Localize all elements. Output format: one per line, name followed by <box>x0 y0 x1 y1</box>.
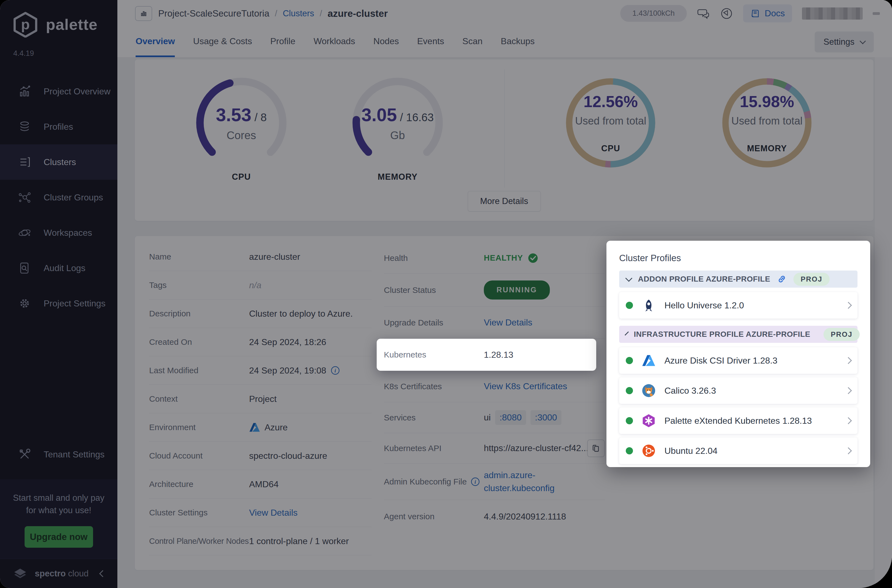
memory-gauge-label: MEMORY <box>348 172 448 182</box>
pack-status-dot <box>626 357 633 364</box>
sidebar-item-label: Project Overview <box>44 86 110 97</box>
created-on-value: 24 Sep 2024, 18:26 <box>249 337 326 347</box>
service-port-8080-link[interactable]: :8080 <box>495 410 526 425</box>
memory-used-percent: 15.98% <box>740 92 794 111</box>
copy-icon <box>591 444 601 453</box>
breadcrumb-project[interactable]: Project-ScaleSecureTutoria <box>158 8 269 19</box>
breadcrumb-separator: / <box>320 9 322 18</box>
gear-icon <box>18 297 32 310</box>
sidebar-item-project-overview[interactable]: Project Overview <box>0 74 117 109</box>
detail-row-architecture: Architecture AMD64 <box>149 470 372 498</box>
page-scrollbar[interactable] <box>875 57 892 588</box>
info-icon[interactable]: i <box>471 477 480 486</box>
redacted-mini-icon <box>872 12 880 15</box>
detail-row-services: Services ui :8080 :3000 <box>384 402 605 433</box>
hello-universe-icon <box>641 298 656 312</box>
sidebar: p palette 4.4.19 Project Overview Profil… <box>0 0 117 588</box>
services-value: ui :8080 :3000 <box>484 410 562 425</box>
detail-row-k8s-certificates: K8s Certificates View K8s Certificates <box>384 371 605 402</box>
more-details-button[interactable]: More Details <box>468 191 541 212</box>
promo-line-2: for what you use! <box>8 504 110 517</box>
running-status-badge[interactable]: RUNNING <box>484 280 550 300</box>
detail-row-cluster-status: Cluster Status RUNNING <box>384 274 605 307</box>
kubernetes-version-row-spotlight[interactable]: Kubernetes 1.28.13 <box>377 339 596 371</box>
brand-name: palette <box>46 15 98 33</box>
sidebar-item-profiles[interactable]: Profiles <box>0 109 117 144</box>
svg-text:i: i <box>475 479 476 485</box>
sidebar-item-project-settings[interactable]: Project Settings <box>0 286 117 321</box>
collapse-sidebar-icon[interactable] <box>99 570 106 577</box>
tab-profile[interactable]: Profile <box>270 27 296 57</box>
profile-pack-palette-extended-kubernetes[interactable]: Palette eXtended Kubernetes 1.28.13 <box>619 408 857 434</box>
settings-button[interactable]: Settings <box>815 32 874 52</box>
azure-disk-csi-icon <box>642 354 656 368</box>
profiles-icon <box>18 120 32 134</box>
profile-pack-calico[interactable]: Calico 3.26.3 <box>619 377 857 404</box>
infrastructure-profile-header[interactable]: INFRASTRUCTURE PROFILE AZURE-PROFILE PRO… <box>619 326 857 343</box>
chevron-right-icon <box>845 417 852 424</box>
sidebar-item-clusters[interactable]: Clusters <box>0 144 117 180</box>
link-icon <box>777 274 787 284</box>
cpu-used-value: 3.53 <box>216 105 251 125</box>
service-port-3000-link[interactable]: :3000 <box>530 410 562 425</box>
agent-version-value: 4.4.9/20240912.1118 <box>484 512 566 522</box>
pxk-icon <box>641 414 656 428</box>
cloud-account-value: spectro-cloud-azure <box>249 451 327 461</box>
tools-icon <box>18 447 32 461</box>
memory-total-value: / 16.63 <box>397 111 434 123</box>
memory-donut: 15.98% Used from total MEMORY <box>717 76 817 170</box>
svg-text:i: i <box>335 368 336 374</box>
upgrade-view-details-link[interactable]: View Details <box>484 318 532 328</box>
chevron-right-icon <box>845 357 852 364</box>
pack-status-dot <box>626 387 633 394</box>
addon-profile-header[interactable]: ADDON PROFILE AZURE-PROFILE PROJ <box>619 270 857 288</box>
redacted-account-icons <box>802 8 863 20</box>
description-value: Cluster to deploy to Azure. <box>249 309 353 319</box>
pack-status-dot <box>626 417 633 424</box>
kubeconfig-download-link[interactable]: admin.azure- cluster.kubeconfig <box>484 469 554 494</box>
pack-status-dot <box>626 447 633 454</box>
tab-nodes[interactable]: Nodes <box>373 27 399 57</box>
explore-button[interactable] <box>720 7 733 20</box>
tab-overview[interactable]: Overview <box>135 27 175 57</box>
tags-value: n/a <box>249 280 261 290</box>
sidebar-item-workspaces[interactable]: Workspaces <box>0 215 117 250</box>
chat-button[interactable] <box>697 7 710 20</box>
calico-icon <box>641 383 656 398</box>
info-icon[interactable]: i <box>330 366 340 375</box>
profile-pack-azure-disk-csi[interactable]: Azure Disk CSI Driver 1.28.3 <box>619 347 857 374</box>
docs-label: Docs <box>765 8 785 18</box>
cluster-settings-view-details-link[interactable]: View Details <box>249 508 297 518</box>
breadcrumb-separator: / <box>275 9 277 18</box>
profile-pack-hello-universe[interactable]: Hello Universe 1.2.0 <box>619 292 857 319</box>
sidebar-item-tenant-settings[interactable]: Tenant Settings <box>0 437 117 472</box>
sidebar-item-audit-logs[interactable]: Audit Logs <box>0 250 117 286</box>
profile-pack-ubuntu[interactable]: Ubuntu 22.04 <box>619 438 857 464</box>
tab-usage-costs[interactable]: Usage & Costs <box>193 27 252 57</box>
detail-row-created-on: Created On 24 Sep 2024, 18:26 <box>149 328 372 356</box>
chat-icon <box>697 7 710 20</box>
detail-row-health: Health HEALTHY <box>384 243 605 274</box>
copy-api-url-button[interactable] <box>587 440 605 457</box>
view-k8s-certificates-link[interactable]: View K8s Certificates <box>484 381 567 392</box>
header-actions: 1.43/100kCh Docs <box>620 4 880 22</box>
memory-unit: Gb <box>390 129 405 142</box>
project-scope-icon[interactable] <box>135 6 152 21</box>
chevron-down-icon <box>860 38 866 45</box>
sidebar-item-label: Cluster Groups <box>44 192 103 202</box>
memory-donut-caption: Used from total <box>731 115 802 127</box>
tab-events[interactable]: Events <box>417 27 444 57</box>
sidebar-item-label: Clusters <box>44 157 76 167</box>
detail-row-tags: Tags n/a <box>149 271 372 300</box>
sidebar-item-cluster-groups[interactable]: Cluster Groups <box>0 180 117 215</box>
tab-scan[interactable]: Scan <box>462 27 482 57</box>
tab-backups[interactable]: Backups <box>501 27 535 57</box>
breadcrumb-clusters-link[interactable]: Clusters <box>283 9 314 18</box>
upgrade-now-button[interactable]: Upgrade now <box>25 526 93 548</box>
docs-button[interactable]: Docs <box>743 4 792 22</box>
context-value: Project <box>249 394 277 404</box>
breadcrumb-current-cluster: azure-cluster <box>327 8 388 19</box>
tab-workloads[interactable]: Workloads <box>314 27 355 57</box>
detail-row-description: Description Cluster to deploy to Azure. <box>149 300 372 328</box>
stats-divider <box>504 69 505 188</box>
